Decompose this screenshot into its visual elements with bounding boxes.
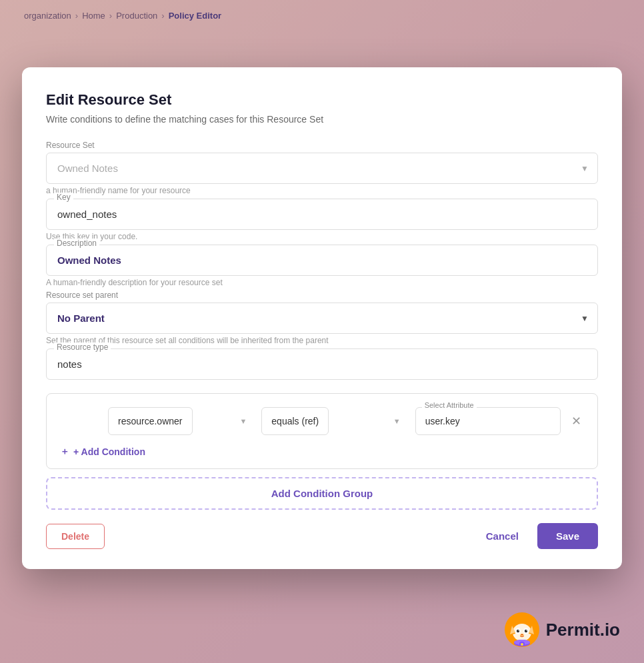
- permit-logo: Permit.io: [505, 612, 620, 647]
- description-field: Description A human-friendly description…: [46, 245, 598, 288]
- description-input-wrapper: Description: [46, 245, 598, 276]
- add-condition-label: + Add Condition: [73, 446, 145, 457]
- remove-condition-button[interactable]: ✕: [569, 411, 584, 431]
- svg-point-9: [525, 630, 527, 632]
- breadcrumb-home: Home: [82, 11, 105, 21]
- footer-right-actions: Cancel Save: [475, 523, 598, 549]
- add-condition-button[interactable]: ＋ + Add Condition: [60, 446, 145, 458]
- description-input[interactable]: [46, 245, 598, 276]
- attribute-wrapper: Select Attribute: [415, 407, 561, 435]
- breadcrumb-policy-editor: Policy Editor: [169, 11, 221, 21]
- resource-set-parent-label: Resource set parent: [46, 291, 598, 300]
- resource-type-label: Resource type: [54, 342, 111, 352]
- resource-set-label: Resource Set: [46, 141, 598, 150]
- svg-point-17: [521, 643, 523, 646]
- attribute-input[interactable]: [415, 407, 561, 435]
- modal-footer: Delete Cancel Save: [46, 523, 598, 549]
- breadcrumb-org: organization: [24, 11, 71, 21]
- svg-point-8: [517, 630, 519, 632]
- owner-chevron-icon: ▼: [239, 417, 247, 425]
- operator-chevron-icon: ▼: [393, 417, 401, 425]
- key-label: Key: [54, 193, 73, 202]
- resource-set-parent-select[interactable]: No Parent: [46, 303, 598, 334]
- svg-point-13: [521, 634, 523, 636]
- edit-resource-set-modal: Edit Resource Set Write conditions to de…: [22, 67, 622, 569]
- owner-dropdown[interactable]: resource.owner: [108, 407, 193, 435]
- conditions-box: resource.owner ▼ equals (ref) ▼ Select A…: [46, 393, 598, 469]
- cancel-button[interactable]: Cancel: [475, 524, 529, 548]
- resource-set-select-wrapper: Owned Notes ▼: [46, 153, 598, 184]
- operator-dropdown-wrapper: equals (ref) ▼: [261, 407, 407, 435]
- condition-row: resource.owner ▼ equals (ref) ▼ Select A…: [60, 407, 584, 435]
- delete-button[interactable]: Delete: [46, 524, 105, 549]
- modal-subtitle: Write conditions to define the matching …: [46, 114, 598, 125]
- fox-mascot-icon: [505, 612, 539, 647]
- key-input[interactable]: [46, 199, 598, 230]
- resource-set-parent-field: Resource set parent No Parent ▼ Set the …: [46, 291, 598, 346]
- add-condition-group-button[interactable]: Add Condition Group: [46, 477, 598, 510]
- description-hint: A human-friendly description for your re…: [46, 278, 223, 287]
- modal-title: Edit Resource Set: [46, 91, 598, 109]
- save-button[interactable]: Save: [537, 523, 598, 549]
- attribute-label: Select Attribute: [422, 401, 477, 409]
- operator-dropdown[interactable]: equals (ref): [261, 407, 329, 435]
- svg-point-11: [526, 630, 527, 630]
- key-input-wrapper: Key: [46, 199, 598, 230]
- key-field: Key Use this key in your code.: [46, 199, 598, 242]
- breadcrumb: organization › Home › Production › Polic…: [24, 11, 221, 21]
- resource-set-select[interactable]: Owned Notes: [46, 153, 598, 184]
- resource-type-field: Resource type: [46, 348, 598, 380]
- permit-logo-text: Permit.io: [546, 620, 620, 640]
- resource-type-input[interactable]: [46, 348, 598, 380]
- resource-set-parent-select-wrapper: No Parent ▼: [46, 303, 598, 334]
- svg-point-10: [518, 630, 519, 630]
- owner-dropdown-wrapper: resource.owner ▼: [108, 407, 253, 435]
- breadcrumb-production: Production: [116, 11, 157, 21]
- description-label: Description: [54, 239, 99, 248]
- svg-point-1: [513, 624, 531, 641]
- resource-set-field: Resource Set Owned Notes ▼ a human-frien…: [46, 141, 598, 196]
- add-condition-plus-icon: ＋: [60, 446, 69, 458]
- resource-type-input-wrapper: Resource type: [46, 348, 598, 380]
